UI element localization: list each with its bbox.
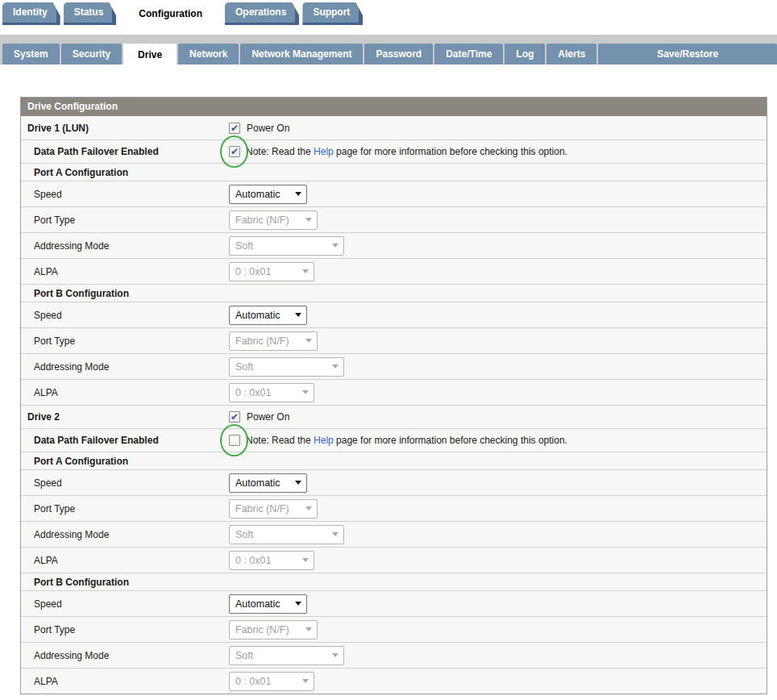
table-row-drive2: Drive 2 ✔ Power On <box>21 405 767 428</box>
table-row-speed: Speed Automatic <box>21 469 767 495</box>
help-link[interactable]: Help <box>314 435 334 446</box>
addressing-mode-select: Soft <box>229 357 344 377</box>
tab-save-restore[interactable]: Save/Restore <box>598 44 777 65</box>
tab-system[interactable]: System <box>2 44 60 65</box>
failover-checkbox[interactable]: ✔ <box>229 146 240 157</box>
checkbox-label: Power On <box>247 411 289 423</box>
table-row-alpa: ALPA 0 : 0x01 <box>21 668 767 694</box>
help-link[interactable]: Help <box>314 146 334 157</box>
chevron-down-icon <box>305 506 312 510</box>
tab-password[interactable]: Password <box>364 44 433 65</box>
tab-support[interactable]: Support <box>302 2 363 25</box>
section-row-port-b: Port B Configuration <box>21 573 767 590</box>
port-type-select: Fabric (N/F) <box>229 499 318 519</box>
row-label: Port Type <box>21 624 229 635</box>
addressing-mode-select: Soft <box>229 646 344 665</box>
row-label: Drive 2 <box>21 411 229 423</box>
row-label: Data Path Failover Enabled <box>21 146 229 157</box>
table-row-alpa: ALPA 0 : 0x01 <box>21 379 767 405</box>
note-text: Note: Read the Help page for more inform… <box>246 146 567 157</box>
table-row-addressing-mode: Addressing Mode Soft <box>21 353 767 379</box>
port-type-select: Fabric (N/F) <box>229 620 318 640</box>
speed-select[interactable]: Automatic <box>229 473 307 493</box>
table-row-speed: Speed Automatic <box>21 302 767 327</box>
alpa-select: 0 : 0x01 <box>229 551 314 570</box>
alpa-select: 0 : 0x01 <box>229 672 314 691</box>
table-row-port-type: Port Type Fabric (N/F) <box>21 206 767 232</box>
table-row-port-type: Port Type Fabric (N/F) <box>21 616 767 642</box>
row-label: Port Type <box>21 503 229 515</box>
section-row-port-a: Port A Configuration <box>21 452 767 469</box>
addressing-mode-select: Soft <box>229 525 344 544</box>
tab-configuration[interactable]: Configuration <box>119 2 222 35</box>
row-label: Drive 1 (LUN) <box>21 123 229 134</box>
section-label: Port B Configuration <box>21 288 229 299</box>
row-label: Addressing Mode <box>21 361 229 373</box>
drive-configuration-table: Drive Configuration Drive 1 (LUN) ✔ Powe… <box>20 97 767 694</box>
failover-checkbox[interactable] <box>229 435 240 446</box>
chevron-down-icon <box>295 313 301 317</box>
row-label: Port Type <box>21 215 229 226</box>
row-label: Speed <box>21 310 229 321</box>
row-label: ALPA <box>21 555 229 566</box>
chevron-down-icon <box>332 653 339 657</box>
row-label: Addressing Mode <box>21 650 229 661</box>
table-row-addressing-mode: Addressing Mode Soft <box>21 232 767 258</box>
chevron-down-icon <box>295 481 301 485</box>
speed-select[interactable]: Automatic <box>229 185 307 204</box>
tab-alerts[interactable]: Alerts <box>546 44 596 65</box>
tab-operations[interactable]: Operations <box>225 2 299 25</box>
port-type-select: Fabric (N/F) <box>229 210 318 230</box>
table-row-addressing-mode: Addressing Mode Soft <box>21 521 767 547</box>
table-row-failover: Data Path Failover Enabled ✔ Note: Read … <box>21 140 767 163</box>
alpa-select: 0 : 0x01 <box>229 262 314 281</box>
speed-select[interactable]: Automatic <box>229 594 307 614</box>
chevron-down-icon <box>295 192 301 196</box>
chevron-down-icon <box>302 679 309 683</box>
row-label: Speed <box>21 598 229 610</box>
chevron-down-icon <box>332 244 339 248</box>
row-label: ALPA <box>21 266 229 277</box>
table-row-alpa: ALPA 0 : 0x01 <box>21 547 767 573</box>
section-label: Port A Configuration <box>21 456 229 467</box>
chevron-down-icon <box>332 365 339 369</box>
chevron-down-icon <box>295 602 301 606</box>
power-on-checkbox[interactable]: ✔ <box>229 123 240 134</box>
tab-log[interactable]: Log <box>505 44 545 65</box>
addressing-mode-select: Soft <box>229 236 344 256</box>
row-label: ALPA <box>21 387 229 398</box>
tab-status[interactable]: Status <box>64 2 117 25</box>
chevron-down-icon <box>302 558 309 562</box>
power-on-checkbox[interactable]: ✔ <box>229 411 240 423</box>
tab-identity[interactable]: Identity <box>2 2 60 25</box>
table-row-speed: Speed Automatic <box>21 181 767 206</box>
table-row-speed: Speed Automatic <box>21 590 767 616</box>
section-row-port-a: Port A Configuration <box>21 163 767 181</box>
table-row-alpa: ALPA 0 : 0x01 <box>21 258 767 284</box>
speed-select[interactable]: Automatic <box>229 306 307 325</box>
alpa-select: 0 : 0x01 <box>229 383 314 402</box>
section-row-port-b: Port B Configuration <box>21 284 767 302</box>
chevron-down-icon <box>332 532 339 536</box>
chevron-down-icon <box>305 339 312 343</box>
section-label: Port A Configuration <box>21 167 229 178</box>
row-label: Speed <box>21 477 229 489</box>
row-label: Addressing Mode <box>21 240 229 252</box>
section-label: Port B Configuration <box>21 577 229 588</box>
tab-network[interactable]: Network <box>178 44 239 65</box>
chevron-down-icon <box>302 269 309 273</box>
tab-drive[interactable]: Drive <box>123 44 177 69</box>
tab-network-management[interactable]: Network Management <box>240 44 363 65</box>
table-row-failover: Data Path Failover Enabled Note: Read th… <box>21 428 767 452</box>
chevron-down-icon <box>302 390 309 394</box>
secondary-tab-bar: System Security Drive Network Network Ma… <box>0 35 777 65</box>
row-label: Port Type <box>21 335 229 347</box>
chevron-down-icon <box>305 627 312 631</box>
primary-tab-bar: Identity Status Configuration Operations… <box>0 0 777 35</box>
row-label: ALPA <box>21 676 229 687</box>
table-row-port-type: Port Type Fabric (N/F) <box>21 495 767 521</box>
table-row-addressing-mode: Addressing Mode Soft <box>21 642 767 668</box>
row-label: Addressing Mode <box>21 529 229 540</box>
tab-security[interactable]: Security <box>61 44 122 65</box>
tab-date-time[interactable]: Date/Time <box>434 44 503 65</box>
